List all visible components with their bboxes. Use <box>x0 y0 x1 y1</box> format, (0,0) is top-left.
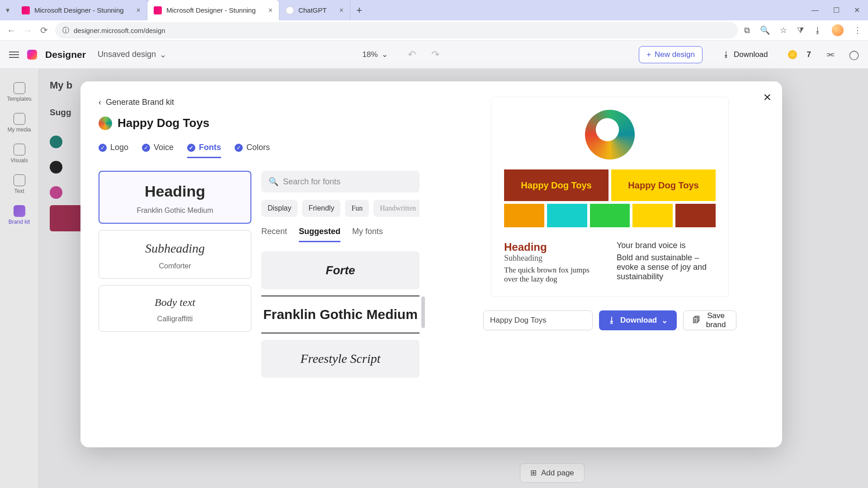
brand-preview-card: Happy Dog Toys Happy Dog Toys Heading Su… <box>491 97 729 297</box>
tab-title: ChatGPT <box>298 6 327 14</box>
zoom-icon[interactable]: 🔍 <box>760 25 770 35</box>
chip-display[interactable]: Display <box>261 200 297 217</box>
slot-font-name: Comforter <box>104 262 245 270</box>
brand-name: Happy Dog Toys <box>118 116 209 130</box>
favicon-designer <box>22 6 30 14</box>
brand-name-input[interactable] <box>483 310 593 330</box>
back-link[interactable]: ‹ Generate Brand kit <box>99 98 420 107</box>
site-info-icon[interactable]: ⓘ <box>62 26 69 35</box>
favicon-chatgpt <box>286 6 294 14</box>
search-placeholder: Search for fonts <box>283 177 340 187</box>
font-list[interactable]: Forte Franklin Gothic Medium Freestyle S… <box>261 251 420 378</box>
chip-friendly[interactable]: Friendly <box>302 200 340 217</box>
font-item-forte[interactable]: Forte <box>261 251 420 289</box>
bookmark-icon[interactable]: ☆ <box>780 25 787 35</box>
palette-swatch <box>504 204 544 227</box>
save-label: Save brand <box>705 311 727 329</box>
install-app-icon[interactable]: ⧉ <box>744 26 750 35</box>
tab-colors[interactable]: ✓Colors <box>235 143 270 158</box>
new-design-label: New design <box>655 50 695 59</box>
font-category-chips: Display Friendly Fun Handwritten <box>261 200 420 217</box>
subtab-recent[interactable]: Recent <box>261 227 287 242</box>
close-icon[interactable]: × <box>137 6 141 14</box>
slot-heading[interactable]: Heading Franklin Gothic Medium <box>99 171 251 224</box>
chevron-left-icon: ‹ <box>99 98 101 107</box>
profile-avatar[interactable] <box>832 24 844 36</box>
browser-tabstrip: ▾ Microsoft Designer - Stunning × Micros… <box>0 0 868 20</box>
palette-swatch <box>590 204 630 227</box>
slot-preview: Body text <box>104 296 245 309</box>
close-icon[interactable]: × <box>339 6 343 14</box>
download-icon: ⭳ <box>722 50 730 59</box>
tab-search-icon[interactable]: ▾ <box>0 0 15 20</box>
check-icon: ✓ <box>99 144 107 152</box>
preview-banner-dark: Happy Dog Toys <box>504 169 609 201</box>
redo-button[interactable]: ↷ <box>431 49 439 61</box>
new-tab-button[interactable]: + <box>350 0 368 20</box>
tab-title: Microsoft Designer - Stunning <box>166 6 256 14</box>
credits-count[interactable]: 7 <box>807 50 811 59</box>
preview-body: The quick brown fox jumps over the lazy … <box>504 266 603 284</box>
share-icon[interactable]: ⫘ <box>826 49 835 60</box>
close-window-icon[interactable]: ✕ <box>854 6 860 14</box>
download-brand-button[interactable]: ⭳ Download ⌄ <box>599 310 677 330</box>
font-item-franklin[interactable]: Franklin Gothic Medium <box>261 296 420 333</box>
slot-body[interactable]: Body text Calligraffitti <box>99 285 251 332</box>
subtab-my-fonts[interactable]: My fonts <box>352 227 383 242</box>
palette-swatch <box>632 204 673 227</box>
tab-title: Microsoft Designer - Stunning <box>34 6 124 14</box>
tab-designer-2[interactable]: Microsoft Designer - Stunning × <box>147 0 279 20</box>
chevron-down-icon: ⌄ <box>661 316 668 325</box>
check-icon: ✓ <box>187 144 195 152</box>
chevron-down-icon: ⌄ <box>160 50 166 60</box>
tab-fonts[interactable]: ✓Fonts <box>187 143 221 158</box>
zoom-value: 18% <box>363 50 378 59</box>
slot-preview: Heading <box>105 183 245 200</box>
subtab-suggested[interactable]: Suggested <box>299 227 340 242</box>
tab-chatgpt[interactable]: ChatGPT × <box>279 0 350 20</box>
font-search-input[interactable]: 🔍 Search for fonts <box>261 171 420 192</box>
plus-icon: + <box>646 50 651 59</box>
font-item-freestyle[interactable]: Freestyle Script <box>261 340 420 378</box>
download-label: Download <box>620 316 657 325</box>
maximize-icon[interactable]: ☐ <box>833 6 840 14</box>
save-brand-button[interactable]: 🗐 Save brand <box>683 310 736 330</box>
design-name: Unsaved design <box>98 50 156 59</box>
font-slots: Heading Franklin Gothic Medium Subheadin… <box>99 171 251 378</box>
slot-subheading[interactable]: Subheading Comforter <box>99 230 251 279</box>
design-name-dropdown[interactable]: Unsaved design ⌄ <box>98 50 166 60</box>
preview-subheading: Subheading <box>504 253 603 263</box>
hamburger-menu[interactable] <box>9 52 19 58</box>
scrollbar[interactable] <box>421 296 425 328</box>
modal-actions: ⭳ Download ⌄ 🗐 Save brand <box>483 310 736 330</box>
tab-voice[interactable]: ✓Voice <box>142 143 174 158</box>
new-design-button[interactable]: + New design <box>639 46 703 63</box>
kebab-menu-icon[interactable]: ⋮ <box>854 25 862 35</box>
undo-button[interactable]: ↶ <box>408 49 416 61</box>
preview-logo <box>585 110 635 160</box>
tab-logo[interactable]: ✓Logo <box>99 143 128 158</box>
close-icon[interactable]: × <box>269 6 273 14</box>
preview-palette <box>504 204 716 227</box>
font-source-tabs: Recent Suggested My fonts <box>261 227 420 242</box>
chip-fun[interactable]: Fun <box>345 200 369 217</box>
minimize-icon[interactable]: — <box>811 6 819 14</box>
check-icon: ✓ <box>142 144 150 152</box>
forward-icon: → <box>23 25 33 36</box>
brand-kit-modal: × ‹ Generate Brand kit Happy Dog Toys ✓L… <box>80 81 782 447</box>
chip-handwritten[interactable]: Handwritten <box>373 200 420 217</box>
download-button[interactable]: ⭳ Download <box>715 47 775 63</box>
app-header: Designer Unsaved design ⌄ 18% ⌄ ↶ ↷ + Ne… <box>0 41 868 69</box>
account-icon[interactable]: ◯ <box>849 49 859 60</box>
downloads-icon[interactable]: ⭳ <box>814 26 822 35</box>
zoom-selector[interactable]: 18% ⌄ <box>363 50 388 59</box>
window-controls: — ☐ ✕ <box>803 0 868 20</box>
palette-swatch <box>547 204 587 227</box>
reload-icon[interactable]: ⟳ <box>39 25 49 36</box>
address-bar[interactable]: ⓘ designer.microsoft.com/design <box>55 22 738 38</box>
extensions-icon[interactable]: ⧩ <box>797 26 804 35</box>
tab-designer-1[interactable]: Microsoft Designer - Stunning × <box>15 0 147 20</box>
back-icon[interactable]: ← <box>6 25 16 36</box>
preview-heading: Heading <box>504 241 603 253</box>
url-text: designer.microsoft.com/design <box>74 27 165 34</box>
